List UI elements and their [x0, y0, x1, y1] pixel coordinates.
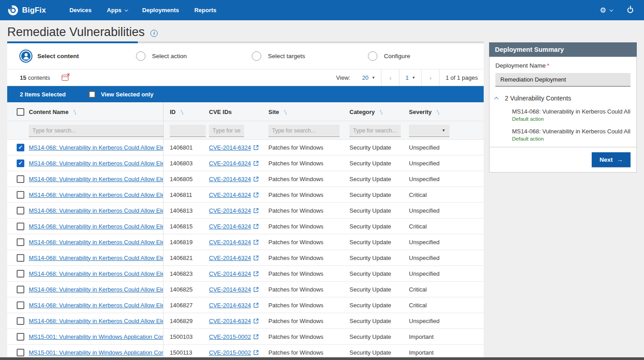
severity-filter-dropdown[interactable]: ▼	[409, 125, 449, 137]
content-name-link[interactable]: MS14-068: Vulnerability in Kerberos Coul…	[29, 160, 163, 167]
page-number-dropdown[interactable]: 1 ▼	[399, 69, 421, 86]
cve-filter-input[interactable]	[209, 125, 244, 137]
content-name-link[interactable]: MS14-068: Vulnerability in Kerberos Coul…	[29, 318, 163, 324]
wizard-step-configure[interactable]: Configure	[368, 51, 484, 61]
row-checkbox[interactable]	[17, 349, 24, 356]
content-name-link[interactable]: MS14-068: Vulnerability in Kerberos Coul…	[29, 144, 163, 151]
row-site: Patches for Windows	[268, 286, 349, 293]
cve-link[interactable]: CVE-2014-6324	[209, 191, 259, 198]
external-link-icon	[254, 177, 259, 182]
content-name-link[interactable]: MS14-068: Vulnerability in Kerberos Coul…	[29, 176, 163, 182]
row-checkbox[interactable]	[17, 270, 24, 278]
cve-link[interactable]: CVE-2014-6324	[209, 302, 259, 309]
sort-icon[interactable]: ↑↓	[379, 109, 382, 114]
category-filter-input[interactable]	[349, 125, 401, 137]
progress-todo-segment	[138, 41, 484, 43]
cve-link[interactable]: CVE-2014-6324	[209, 223, 259, 230]
cve-link[interactable]: CVE-2015-0002	[209, 333, 259, 340]
content-name-link[interactable]: MS14-068: Vulnerability in Kerberos Coul…	[29, 302, 163, 309]
wizard-steps: Select contentSelect actionSelect target…	[7, 43, 484, 69]
next-page-button[interactable]: ›	[421, 69, 439, 86]
default-action-link[interactable]: Default action	[512, 116, 630, 122]
page-title-row: Remediate Vulnerabilities i	[0, 20, 644, 43]
cve-link[interactable]: CVE-2014-6324	[209, 239, 259, 246]
cve-link[interactable]: CVE-2014-6324	[209, 160, 259, 167]
default-action-link[interactable]: Default action	[512, 136, 630, 141]
content-name-filter-input[interactable]	[29, 125, 164, 137]
wizard-step-select-targets[interactable]: Select targets	[252, 51, 368, 61]
row-checkbox[interactable]	[17, 191, 24, 199]
content-name-link[interactable]: MS14-068: Vulnerability in Kerberos Coul…	[29, 239, 163, 246]
sort-icon[interactable]: ↑↓	[284, 109, 286, 114]
row-checkbox[interactable]	[17, 333, 24, 341]
table-row: MS14-068: Vulnerability in Kerberos Coul…	[7, 171, 484, 187]
content-name-link[interactable]: MS15-001: Vulnerability in Windows Appli…	[29, 349, 163, 356]
nav-item-devices[interactable]: Devices	[69, 7, 91, 14]
view-selected-toggle[interactable]: View Selected only	[79, 91, 154, 98]
cve-link[interactable]: CVE-2014-6324	[209, 176, 259, 182]
row-checkbox[interactable]	[17, 301, 24, 309]
row-checkbox[interactable]	[17, 238, 24, 246]
content-name-link[interactable]: MS14-068: Vulnerability in Kerberos Coul…	[29, 255, 163, 261]
prev-page-button[interactable]: ‹	[381, 69, 399, 86]
items-selected-label: 2 Items Selected	[20, 91, 66, 98]
vulnerability-contents-toggle[interactable]: 2 Vulnerability Contents	[495, 95, 630, 102]
row-severity: Important	[409, 349, 484, 356]
row-checkbox[interactable]	[17, 207, 24, 214]
cve-link[interactable]: CVE-2014-6324	[209, 286, 259, 293]
content-name-link[interactable]: MS14-068: Vulnerability in Kerberos Coul…	[29, 270, 163, 277]
row-checkbox[interactable]	[17, 317, 24, 325]
content-name-link[interactable]: MS14-068: Vulnerability in Kerberos Coul…	[29, 286, 163, 293]
nav-item-apps[interactable]: Apps	[107, 7, 127, 14]
clear-filters-icon[interactable]	[62, 75, 68, 81]
deployment-name-input[interactable]	[495, 73, 630, 87]
page-title: Remediate Vulnerabilities	[7, 25, 145, 39]
nav-right: ⚙	[600, 7, 636, 14]
progress-done-segment	[7, 41, 138, 43]
row-checkbox[interactable]	[17, 254, 24, 262]
content-name-link[interactable]: MS14-068: Vulnerability in Kerberos Coul…	[29, 207, 163, 214]
chevron-up-icon	[494, 96, 499, 101]
row-checkbox[interactable]	[17, 175, 24, 183]
cve-link[interactable]: CVE-2015-0002	[209, 349, 259, 356]
cve-link[interactable]: CVE-2014-6324	[209, 144, 259, 151]
info-icon[interactable]: i	[150, 30, 158, 37]
table-row: MS14-068: Vulnerability in Kerberos Coul…	[7, 266, 484, 282]
row-checkbox[interactable]	[17, 223, 24, 230]
required-asterisk: *	[547, 62, 549, 69]
cve-link[interactable]: CVE-2014-6324	[209, 318, 259, 324]
next-button[interactable]: Next →	[592, 152, 630, 167]
wizard-step-select-action[interactable]: Select action	[136, 51, 252, 61]
page-size-dropdown[interactable]: 20 ▼	[356, 69, 381, 86]
settings-menu[interactable]: ⚙	[600, 7, 612, 14]
power-icon[interactable]	[627, 7, 633, 13]
row-checkbox[interactable]	[17, 286, 24, 293]
table-row: MS14-068: Vulnerability in Kerberos Coul…	[7, 250, 484, 266]
row-id: 1406821	[163, 250, 209, 265]
horizontal-scrollbar[interactable]	[0, 357, 644, 360]
cve-link[interactable]: CVE-2014-6324	[209, 255, 259, 261]
cve-link[interactable]: CVE-2014-6324	[209, 207, 259, 214]
sort-icon[interactable]: ↑↓	[180, 109, 183, 114]
select-all-checkbox[interactable]	[17, 108, 24, 116]
row-checkbox[interactable]: ✓	[17, 144, 24, 151]
nav-item-deployments[interactable]: Deployments	[142, 7, 179, 14]
sort-icon[interactable]: ↑↓	[436, 109, 439, 114]
step-active-person-icon	[21, 51, 31, 61]
view-selected-checkbox[interactable]	[89, 91, 95, 98]
content-name-link[interactable]: MS15-001: Vulnerability in Windows Appli…	[29, 333, 163, 340]
wizard-step-select-content[interactable]: Select content	[20, 51, 136, 61]
row-category: Security Update	[349, 176, 409, 182]
bigfix-logo[interactable]: BigFix	[8, 5, 46, 15]
nav-item-reports[interactable]: Reports	[194, 7, 216, 14]
site-filter-input[interactable]	[268, 125, 340, 137]
row-checkbox[interactable]: ✓	[17, 159, 24, 167]
content-name-link[interactable]: MS14-068: Vulnerability in Kerberos Coul…	[29, 191, 163, 198]
cve-link[interactable]: CVE-2014-6324	[209, 270, 259, 277]
content-name-link[interactable]: MS14-068: Vulnerability in Kerberos Coul…	[29, 223, 163, 230]
sort-icon[interactable]: ↑↓	[73, 109, 76, 114]
contents-count-suffix: contents	[26, 74, 50, 81]
table-header-row: Content Name↑↓ID↑↓CVE IDsSite↑↓Category↑…	[7, 102, 484, 121]
row-site: Patches for Windows	[268, 302, 349, 309]
id-filter-input[interactable]	[170, 125, 206, 137]
